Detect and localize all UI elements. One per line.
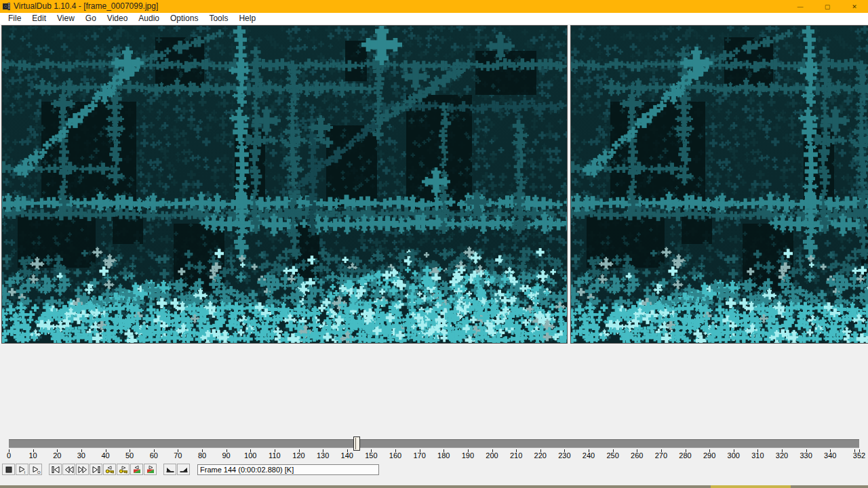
timeline-tick-label: 90 xyxy=(222,451,231,460)
timeline-tick-label: 280 xyxy=(679,451,691,460)
timeline-tick-label: 10 xyxy=(29,451,37,460)
timeline-tick-label: 320 xyxy=(776,451,788,460)
prev-scene-button[interactable] xyxy=(130,464,143,475)
timeline-tick-label: 40 xyxy=(101,451,109,460)
timeline-tick-label: 150 xyxy=(365,451,377,460)
timeline-tick-label: 70 xyxy=(174,451,182,460)
menu-video[interactable]: Video xyxy=(102,13,133,24)
timeline-tick-label: 110 xyxy=(269,451,281,460)
play-output-icon: O xyxy=(31,466,41,474)
scene-left-icon xyxy=(132,466,142,474)
menu-options[interactable]: Options xyxy=(165,13,203,24)
timeline-tick-label: 240 xyxy=(583,451,595,460)
toolbar-buttons: IO xyxy=(2,464,191,475)
timeline-tick-label: 220 xyxy=(534,451,547,460)
timeline-tick-label: 120 xyxy=(292,451,304,460)
play-input-button[interactable]: I xyxy=(16,464,28,475)
timeline-tick-label: 200 xyxy=(486,451,498,460)
timeline-tick-label: 190 xyxy=(462,451,474,460)
play-input-icon: I xyxy=(18,466,27,474)
mark-in-icon xyxy=(165,466,175,474)
window-title: VirtualDub 1.10.4 - [frame_0007099.jpg] xyxy=(14,0,158,13)
timeline-tick-label: 330 xyxy=(800,451,812,460)
key-left-icon xyxy=(105,466,115,474)
menu-audio[interactable]: Audio xyxy=(133,13,165,24)
forward-icon xyxy=(78,466,87,474)
timeline-tick-label: 170 xyxy=(413,451,425,460)
menu-help[interactable]: Help xyxy=(233,13,261,24)
timeline-tick-label: 20 xyxy=(53,451,61,460)
playback-toolbar: IO Frame 144 (0:00:02.880) [K] xyxy=(0,462,868,476)
timeline-tick-label: 310 xyxy=(751,451,764,460)
timeline-tick-label: 140 xyxy=(341,451,353,460)
timeline-tick-label: 270 xyxy=(655,451,667,460)
output-pane-canvas xyxy=(571,26,868,343)
minimize-button[interactable]: — xyxy=(787,0,814,13)
timeline-tick-label: 300 xyxy=(728,451,740,460)
taskbar-accent xyxy=(711,485,791,488)
timeline-tick-label: 160 xyxy=(389,451,401,460)
stop-icon xyxy=(4,466,14,474)
timeline-tick-label: 290 xyxy=(703,451,715,460)
go-end-icon xyxy=(92,466,101,474)
prev-frame-button[interactable] xyxy=(62,464,75,475)
output-pane xyxy=(570,25,868,344)
menu-go[interactable]: Go xyxy=(80,13,102,24)
timeline-tick-label: 340 xyxy=(824,451,836,460)
timeline-track[interactable] xyxy=(9,439,859,448)
menubar: FileEditViewGoVideoAudioOptionsToolsHelp xyxy=(0,13,868,24)
key-right-icon xyxy=(119,466,128,474)
scene-right-icon xyxy=(146,466,155,474)
titlebar: VirtualDub 1.10.4 - [frame_0007099.jpg] … xyxy=(0,0,868,13)
frame-status-field: Frame 144 (0:00:02.880) [K] xyxy=(197,464,379,475)
go-start-button[interactable] xyxy=(49,464,62,475)
timeline-tick-label: 60 xyxy=(150,451,158,460)
close-button[interactable]: ✕ xyxy=(841,0,868,13)
backward-icon xyxy=(64,466,74,474)
window-controls: — ▢ ✕ xyxy=(787,0,868,13)
timeline-tick-label: 230 xyxy=(558,451,570,460)
maximize-button[interactable]: ▢ xyxy=(814,0,841,13)
go-start-icon xyxy=(51,466,60,474)
timeline-tick-label: 100 xyxy=(244,451,256,460)
timeline-tick-label: 30 xyxy=(77,451,85,460)
menu-file[interactable]: File xyxy=(3,13,26,24)
timeline-tick-label: 260 xyxy=(631,451,643,460)
go-end-button[interactable] xyxy=(90,464,102,475)
input-pane xyxy=(1,25,568,344)
prev-keyframe-button[interactable] xyxy=(103,464,116,475)
menu-tools[interactable]: Tools xyxy=(203,13,233,24)
next-frame-button[interactable] xyxy=(76,464,89,475)
virtualdub-window: VirtualDub 1.10.4 - [frame_0007099.jpg] … xyxy=(0,0,868,488)
next-keyframe-button[interactable] xyxy=(117,464,130,475)
stop-button[interactable] xyxy=(2,464,15,475)
mark-in-button[interactable] xyxy=(163,464,176,475)
mark-out-icon xyxy=(179,466,189,474)
taskbar-edge xyxy=(0,485,868,488)
timeline-tick-label: 130 xyxy=(317,451,329,460)
play-output-button[interactable]: O xyxy=(29,464,42,475)
virtualdub-icon xyxy=(2,2,11,11)
menu-view[interactable]: View xyxy=(52,13,80,24)
timeline-tick-label: 210 xyxy=(510,451,522,460)
next-scene-button[interactable] xyxy=(144,464,157,475)
svg-text:O: O xyxy=(37,470,41,474)
mark-out-button[interactable] xyxy=(177,464,190,475)
timeline-thumb[interactable] xyxy=(353,436,360,451)
menu-edit[interactable]: Edit xyxy=(26,13,52,24)
timeline-tick-label: 352 xyxy=(853,451,865,460)
timeline-tick-label: 0 xyxy=(7,451,11,460)
timeline-tick-label: 250 xyxy=(606,451,618,460)
timeline-tick-label: 80 xyxy=(198,451,206,460)
input-pane-canvas xyxy=(2,26,567,343)
timeline-tick-label: 180 xyxy=(437,451,450,460)
timeline-tick-label: 50 xyxy=(125,451,134,460)
svg-text:I: I xyxy=(24,470,25,474)
